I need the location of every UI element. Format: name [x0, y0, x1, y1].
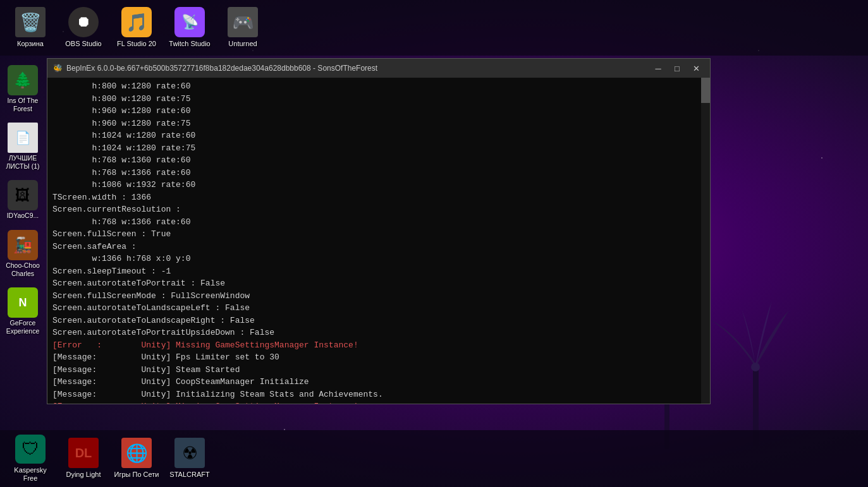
desktop-icon-idy[interactable]: 🖼 IDYaoC9... [3, 177, 43, 222]
obs-icon: ⏺ [68, 7, 99, 37]
stalcraft-label: STALCRAFT [169, 471, 209, 479]
nvidia-label: GeForce Experience [5, 319, 40, 335]
taskbar-icon-obs[interactable]: ⏺ OBS Studio [58, 1, 109, 54]
luchistye-label: ЛУЧШИЕ ЛИСТЫ (1) [5, 154, 40, 170]
console-line-25: [Message: Unity] CoopSteamManager Initia… [52, 376, 705, 388]
bottom-taskbar: 🛡 Kaspersky Free DL Dying Light 🌐 Игры П… [0, 430, 868, 487]
window-titlebar: 🐝 BepInEx 6.0.0-be.667+6b500b35727716f8b… [47, 59, 710, 78]
console-line-12: Screen.fullScreen : True [52, 228, 705, 241]
choo-charles-icon: 🚂 [8, 230, 38, 260]
console-line-3: h:960 w:1280 rate:75 [52, 117, 705, 130]
scrollbar-thumb[interactable] [701, 78, 710, 103]
desktop-icons-sidebar: 🌲 Ins Of The Forest 📄 ЛУЧШИЕ ЛИСТЫ (1) 🖼… [0, 60, 46, 340]
twitch-label: Twitch Studio [169, 40, 210, 48]
taskbar-icon-twitch[interactable]: 📡 Twitch Studio [164, 1, 215, 54]
console-line-7: h:768 w:1366 rate:60 [52, 167, 705, 179]
console-line-26: [Message: Unity] Initializing Steam Stat… [52, 388, 705, 401]
fl-label: FL Studio 20 [117, 40, 156, 48]
trash-icon: 🗑️ [15, 7, 46, 37]
desktop: 🗑️ Корзина ⏺ OBS Studio 🎵 FL Studio 20 📡… [0, 0, 868, 487]
console-line-0: h:800 w:1280 rate:60 [52, 80, 705, 93]
console-line-8: h:1086 w:1932 rate:60 [52, 179, 705, 191]
igry-icon: 🌐 [121, 438, 152, 468]
console-lines-container: h:800 w:1280 rate:60 h:800 w:1280 rate:7… [52, 80, 705, 404]
console-line-19: Screen.autorotateToLandscapeRight : Fals… [52, 315, 705, 327]
window-title: BepInEx 6.0.0-be.667+6b500b35727716f8ba1… [66, 64, 645, 73]
desktop-icon-choo-charles[interactable]: 🚂 Choo-Choo Charles [3, 227, 43, 280]
taskbar-icon-unturned[interactable]: 🎮 Unturned [217, 1, 268, 54]
console-line-4: h:1024 w:1280 rate:60 [52, 129, 705, 142]
console-line-11: h:768 w:1366 rate:60 [52, 216, 705, 229]
unturned-icon: 🎮 [228, 7, 258, 37]
stalcraft-icon: ☢ [174, 438, 205, 468]
console-line-9: TScreen.width : 1366 [52, 191, 705, 204]
console-line-18: Screen.autorotateToLandscapeLeft : False [52, 302, 705, 315]
maximize-button[interactable]: □ [668, 61, 686, 75]
dying-light-label: Dying Light [66, 471, 101, 479]
console-line-22: [Error : Unity] Missing GameSettingsMana… [52, 339, 705, 352]
choo-charles-label: Choo-Choo Charles [5, 262, 40, 277]
window-controls: ─ □ ✕ [649, 61, 705, 75]
console-line-23: [Message: Unity] Fps Limiter set to 30 [52, 351, 705, 364]
top-taskbar: 🗑️ Корзина ⏺ OBS Studio 🎵 FL Studio 20 📡… [0, 0, 868, 56]
console-window: 🐝 BepInEx 6.0.0-be.667+6b500b35727716f8b… [47, 58, 711, 404]
bepinex-window-icon: 🐝 [52, 63, 63, 73]
minimize-button[interactable]: ─ [649, 61, 667, 75]
console-line-17: Screen.fullScreenMode : FullScreenWindow [52, 290, 705, 303]
sons-of-forest-icon: 🌲 [8, 65, 38, 95]
fl-icon: 🎵 [121, 7, 152, 37]
taskbar-icon-fl[interactable]: 🎵 FL Studio 20 [111, 1, 162, 54]
console-line-13: Screen.safeArea : [52, 241, 705, 253]
obs-label: OBS Studio [65, 40, 101, 48]
kaspersky-label: Kaspersky Free [8, 466, 53, 483]
console-line-20: Screen.autorotateToPortraitUpsideDown : … [52, 327, 705, 339]
bottom-icon-igry[interactable]: 🌐 Игры По Сети [111, 432, 162, 485]
trash-label: Корзина [17, 40, 44, 48]
kaspersky-icon: 🛡 [15, 435, 46, 464]
sons-of-forest-label: Ins Of The Forest [5, 97, 40, 112]
bottom-icon-stalcraft[interactable]: ☢ STALCRAFT [164, 432, 215, 485]
idy-label: IDYaoC9... [7, 212, 39, 220]
console-line-24: [Message: Unity] Steam Started [52, 364, 705, 376]
close-button[interactable]: ✕ [687, 61, 705, 75]
bottom-icon-kaspersky[interactable]: 🛡 Kaspersky Free [5, 432, 56, 485]
console-line-16: Screen.autorotateToPortrait : False [52, 277, 705, 290]
igry-label: Игры По Сети [114, 471, 159, 479]
console-line-10: Screen.currentResolution : [52, 203, 705, 216]
taskbar-icon-trash[interactable]: 🗑️ Корзина [5, 1, 56, 54]
dying-light-icon: DL [68, 438, 99, 468]
console-line-6: h:768 w:1360 rate:60 [52, 154, 705, 167]
twitch-icon: 📡 [174, 7, 205, 37]
console-line-5: h:1024 w:1280 rate:75 [52, 142, 705, 155]
luchistye-icon: 📄 [8, 123, 38, 153]
console-line-14: w:1366 h:768 x:0 y:0 [52, 253, 705, 265]
unturned-label: Unturned [228, 40, 257, 48]
console-scrollbar[interactable] [701, 78, 710, 404]
desktop-icon-luchistye[interactable]: 📄 ЛУЧШИЕ ЛИСТЫ (1) [3, 120, 43, 172]
bottom-icon-dying-light[interactable]: DL Dying Light [58, 432, 109, 485]
desktop-icon-sons-of-forest[interactable]: 🌲 Ins Of The Forest [3, 63, 43, 115]
console-line-27: [Error : Unity] Missing GameSettingsMana… [52, 400, 705, 404]
console-line-15: Screen.sleepTimeout : -1 [52, 265, 705, 278]
idy-icon: 🖼 [8, 180, 38, 210]
console-line-2: h:960 w:1280 rate:60 [52, 105, 705, 117]
nvidia-icon: N [8, 287, 38, 318]
console-line-1: h:800 w:1280 rate:75 [52, 93, 705, 105]
console-output[interactable]: h:800 w:1280 rate:60 h:800 w:1280 rate:7… [47, 78, 710, 404]
svg-point-3 [751, 363, 760, 371]
desktop-icon-nvidia[interactable]: N GeForce Experience [3, 285, 43, 337]
